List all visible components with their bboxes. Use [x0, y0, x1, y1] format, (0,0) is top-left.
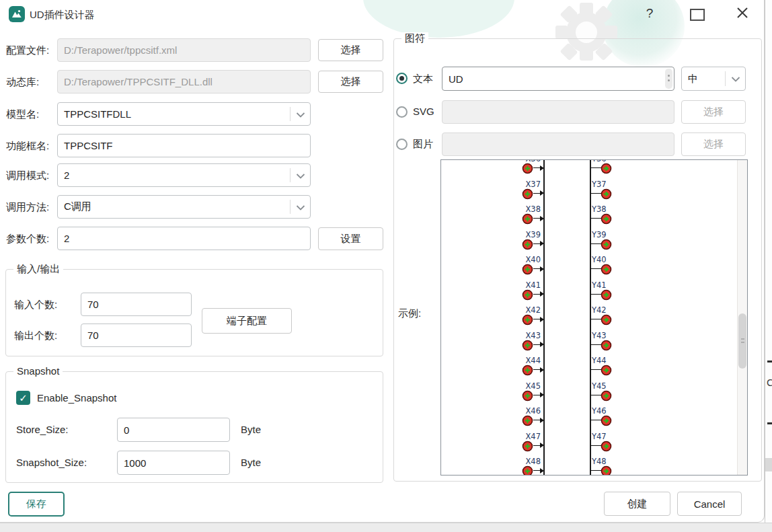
output-pin-label: Y41 — [592, 280, 607, 290]
image-path-input[interactable] — [442, 132, 674, 156]
output-count-input[interactable]: 70 — [81, 324, 192, 347]
io-groupbox: 输入/输出 — [5, 269, 383, 356]
output-pin: Y45 — [441, 381, 737, 407]
output-pin-label: Y42 — [592, 305, 607, 315]
output-pin-icon — [601, 415, 612, 429]
output-pin-icon — [601, 314, 612, 328]
snapshot-size-input[interactable]: 1000 — [117, 451, 230, 475]
config-file-input[interactable]: D:/Terapower/tppcsitf.xml — [57, 38, 311, 62]
output-pin: Y47 — [441, 432, 737, 457]
image-radio[interactable] — [396, 139, 408, 150]
output-pin-icon — [601, 239, 612, 253]
function-block-name-label: 功能框名: — [6, 140, 49, 153]
output-pin: Y37 — [441, 180, 737, 205]
terminal-config-button[interactable]: 端子配置 — [202, 308, 292, 334]
create-button[interactable]: 创建 — [604, 492, 670, 516]
text-radio-label: 文本 — [413, 73, 433, 85]
output-pin: Y38 — [441, 204, 737, 230]
config-file-label: 配置文件: — [6, 44, 49, 57]
output-pin-icon — [601, 465, 612, 475]
output-pin: Y40 — [441, 255, 737, 280]
output-pin: Y41 — [441, 280, 737, 306]
output-pin-label: Y43 — [592, 331, 607, 340]
text-size-select[interactable]: 中 — [681, 67, 746, 91]
svg-radio[interactable] — [396, 106, 408, 118]
output-pin-icon — [601, 340, 612, 354]
enable-snapshot-checkbox[interactable]: ✓ — [16, 391, 30, 405]
output-pin-label: Y46 — [592, 406, 607, 416]
help-button[interactable]: ? — [641, 5, 658, 22]
io-group-title: 输入/输出 — [13, 263, 63, 276]
output-pin: Y43 — [441, 331, 737, 356]
store-size-label: Store_Size: — [16, 424, 69, 435]
param-count-input[interactable]: 2 — [57, 227, 311, 250]
preview-scrollbar[interactable] — [737, 160, 747, 475]
save-button[interactable]: 保存 — [8, 492, 65, 517]
cancel-button[interactable]: Cancel — [677, 492, 742, 516]
input-count-label: 输入个数: — [14, 299, 57, 311]
model-name-select[interactable]: TPPCSITFDLL — [57, 102, 311, 126]
param-settings-button[interactable]: 设置 — [318, 227, 383, 250]
symbol-text-input[interactable]: UD — [442, 67, 674, 91]
dll-browse-button[interactable]: 选择 — [318, 71, 383, 93]
taskbar-strip — [0, 523, 772, 532]
close-icon[interactable] — [734, 4, 751, 22]
chevron-down-icon — [296, 169, 305, 181]
output-pin: Y44 — [441, 356, 737, 381]
svg-path-input[interactable] — [442, 100, 674, 124]
output-pin-icon — [601, 390, 612, 404]
enable-snapshot-label: Enable_Snapshot — [37, 392, 116, 404]
call-method-select[interactable]: C调用 — [57, 195, 311, 219]
store-size-input[interactable]: 0 — [117, 418, 230, 442]
output-pin-label: Y37 — [592, 180, 607, 189]
maximize-icon[interactable] — [690, 9, 705, 21]
output-pin: Y48 — [441, 457, 737, 475]
output-pin-label: Y45 — [592, 381, 607, 391]
svg-radio-label: SVG — [413, 106, 434, 117]
app-logo-icon — [9, 6, 25, 22]
input-count-input[interactable]: 70 — [81, 293, 192, 316]
text-radio[interactable] — [396, 73, 408, 84]
chevron-down-icon — [296, 201, 305, 213]
output-pin-label: Y40 — [592, 255, 607, 264]
output-pin-icon — [601, 163, 612, 177]
output-pin: Y36 — [441, 160, 737, 180]
output-pin-icon — [601, 264, 612, 278]
background-window-line — [767, 422, 772, 424]
text-size-value: 中 — [688, 73, 698, 85]
call-mode-select[interactable]: 2 — [57, 163, 311, 187]
call-method-label: 调用方法: — [6, 201, 49, 214]
output-pin: Y39 — [441, 230, 737, 256]
example-label: 示例: — [398, 307, 421, 320]
model-name-value: TPPCSITFDLL — [64, 108, 131, 120]
output-pin-label: Y38 — [592, 204, 607, 214]
background-window-bar — [765, 458, 772, 471]
symbol-group-title: 图符 — [401, 32, 428, 45]
output-pin-label: Y48 — [592, 457, 607, 466]
output-pin: Y46 — [441, 406, 737, 432]
function-block-name-input[interactable]: TPPCSITF — [57, 134, 311, 157]
image-radio-label: 图片 — [413, 138, 433, 151]
background-window-text: C — [767, 377, 772, 388]
dll-input[interactable]: D:/Terapower/TPPCSITF_DLL.dll — [57, 70, 311, 93]
image-browse-button[interactable]: 选择 — [681, 132, 746, 156]
model-name-label: 模型名: — [6, 108, 39, 121]
output-pin-icon — [601, 365, 612, 379]
input-scroll-handle[interactable] — [665, 69, 672, 89]
output-pin-label: Y47 — [592, 432, 607, 441]
background-window-line — [767, 360, 772, 363]
call-method-value: C调用 — [64, 200, 91, 213]
svg-browse-button[interactable]: 选择 — [681, 100, 746, 124]
snapshot-size-unit: Byte — [241, 457, 261, 468]
call-mode-label: 调用模式: — [6, 169, 49, 182]
output-count-label: 输出个数: — [14, 330, 57, 342]
output-pin: Y42 — [441, 305, 737, 331]
symbol-text-value: UD — [449, 73, 463, 85]
window-title: UD插件设计器 — [30, 9, 95, 22]
background-window-strip — [765, 0, 772, 523]
symbol-preview-content: X36 X37 X38 X39 X40 X41 X42 X43 X44 X45 … — [441, 160, 737, 475]
snapshot-group-title: Snapshot — [13, 365, 63, 377]
symbol-preview: X36 X37 X38 X39 X40 X41 X42 X43 X44 X45 … — [440, 159, 748, 476]
preview-scrollbar-thumb[interactable] — [738, 313, 746, 369]
config-file-browse-button[interactable]: 选择 — [318, 39, 383, 61]
